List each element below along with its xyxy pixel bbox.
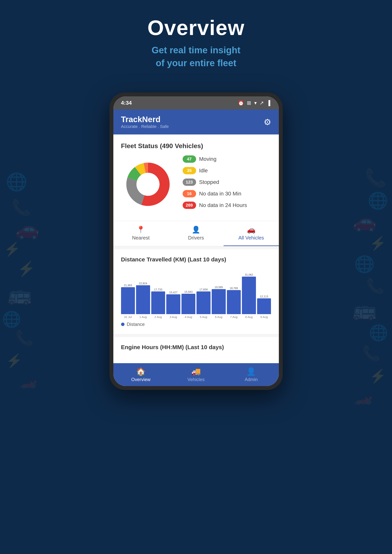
overview-icon: 🏠 xyxy=(113,367,168,376)
bar-rect xyxy=(227,290,241,314)
bar-group: 31,0628 Aug xyxy=(242,269,256,319)
legend-idle: 35 Idle xyxy=(183,167,271,174)
distance-dot xyxy=(121,323,125,326)
fleet-status-title: Fleet Status (490 Vehicles) xyxy=(121,142,271,150)
bottom-nav-admin[interactable]: 👤 Admin xyxy=(224,367,279,382)
bar-group: 17,7332 Aug xyxy=(151,269,165,319)
app-content: Fleet Status (490 Vehicles) xyxy=(113,134,279,386)
bar-rect xyxy=(242,277,256,314)
bar-chart-wrapper: 21,36331 Jul22,8241 Aug17,7332 Aug15,427… xyxy=(121,269,271,319)
fleet-legend: 47 Moving 35 Idle 123 Stopped xyxy=(183,155,271,213)
legend-nodata24: 269 No data in 24 Hours xyxy=(183,201,271,209)
legend-stopped: 123 Stopped xyxy=(183,179,271,186)
nodata24-badge: 269 xyxy=(183,201,196,209)
settings-icon[interactable]: ⚙ xyxy=(264,117,271,127)
bar-rect xyxy=(196,291,210,314)
bar-group: 15,9434 Aug xyxy=(182,269,196,319)
bar-rect xyxy=(151,291,165,314)
nodata30-label: No data in 30 Min xyxy=(199,191,241,197)
nodata24-label: No data in 24 Hours xyxy=(199,202,247,208)
moving-badge: 47 xyxy=(183,155,196,163)
nearest-icon: 📍 xyxy=(115,226,167,234)
fleet-status-inner: 47 Moving 35 Idle 123 Stopped xyxy=(121,155,271,213)
status-icons: ⏰ ⊞ ▾ ↗ ▐ xyxy=(238,100,271,106)
moving-label: Moving xyxy=(199,156,217,162)
legend-nodata30: 16 No data in 30 Min xyxy=(183,190,271,197)
distance-chart-title: Distance Travelled (KM) (Last 10 days) xyxy=(121,256,271,263)
nav-tabs: 📍 Nearest 👤 Drivers 🚗 All Vehicles xyxy=(113,221,279,246)
tab-drivers[interactable]: 👤 Drivers xyxy=(168,221,224,246)
bottom-nav: 🏠 Overview 🚚 Vehicles 👤 Admin xyxy=(113,363,279,386)
app-name: TrackNerd xyxy=(121,115,169,124)
idle-badge: 35 xyxy=(183,167,196,174)
status-time: 4:34 xyxy=(121,100,132,106)
chart-legend: Distance xyxy=(121,322,271,327)
bar-group: 17,6585 Aug xyxy=(196,269,210,319)
phone-mockup: 4:34 ⏰ ⊞ ▾ ↗ ▐ TrackNerd Accurate . Reli… xyxy=(0,92,392,390)
hero-header: Overview Get real time insight of your e… xyxy=(0,0,392,77)
bar-group: 21,36331 Jul xyxy=(121,269,135,319)
bar-rect xyxy=(182,294,196,314)
tab-drivers-label: Drivers xyxy=(188,235,204,241)
app-header: TrackNerd Accurate . Reliable . Safe ⚙ xyxy=(113,110,279,134)
donut-chart xyxy=(121,157,175,211)
tab-nearest[interactable]: 📍 Nearest xyxy=(113,221,168,246)
bottom-nav-overview-label: Overview xyxy=(113,377,168,382)
page-subtitle: Get real time insight of your entire fle… xyxy=(4,44,388,69)
tab-all-vehicles-label: All Vehicles xyxy=(238,235,264,241)
bottom-nav-vehicles[interactable]: 🚚 Vehicles xyxy=(168,367,224,382)
app-tagline: Accurate . Reliable . Safe xyxy=(121,124,169,129)
page-title: Overview xyxy=(4,15,388,40)
drivers-icon: 👤 xyxy=(170,226,222,234)
bottom-nav-vehicles-label: Vehicles xyxy=(168,377,224,382)
status-bar: 4:34 ⏰ ⊞ ▾ ↗ ▐ xyxy=(113,96,279,110)
distance-chart-card: Distance Travelled (KM) (Last 10 days) 2… xyxy=(113,249,279,334)
fleet-status-card: Fleet Status (490 Vehicles) xyxy=(113,134,279,221)
bar-group: 15,4273 Aug xyxy=(166,269,180,319)
bar-rect xyxy=(166,294,180,314)
all-vehicles-icon: 🚗 xyxy=(225,226,277,234)
phone-screen: 4:34 ⏰ ⊞ ▾ ↗ ▐ TrackNerd Accurate . Reli… xyxy=(113,96,279,386)
legend-moving: 47 Moving xyxy=(183,155,271,163)
bar-rect xyxy=(257,298,271,314)
phone-outer-frame: 4:34 ⏰ ⊞ ▾ ↗ ▐ TrackNerd Accurate . Reli… xyxy=(110,92,283,390)
bar-rect xyxy=(136,285,150,314)
tab-all-vehicles[interactable]: 🚗 All Vehicles xyxy=(224,221,279,246)
bottom-nav-admin-label: Admin xyxy=(224,377,279,382)
stopped-label: Stopped xyxy=(199,179,219,185)
nodata30-badge: 16 xyxy=(183,190,196,197)
bottom-nav-overview[interactable]: 🏠 Overview xyxy=(113,367,168,382)
vehicles-icon: 🚚 xyxy=(168,367,224,376)
app-brand: TrackNerd Accurate . Reliable . Safe xyxy=(121,115,169,129)
bar-group: 22,8241 Aug xyxy=(136,269,150,319)
bar-group: 12,1139 Aug xyxy=(257,269,271,319)
engine-hours-card: Engine Hours (HH:MM) (Last 10 days) xyxy=(113,337,279,363)
bar-chart: 21,36331 Jul22,8241 Aug17,7332 Aug15,427… xyxy=(121,269,271,319)
distance-legend-label: Distance xyxy=(127,322,145,327)
idle-label: Idle xyxy=(199,167,208,174)
bar-group: 19,5896 Aug xyxy=(212,269,226,319)
engine-hours-title: Engine Hours (HH:MM) (Last 10 days) xyxy=(121,344,271,351)
bar-rect xyxy=(212,289,226,314)
admin-icon: 👤 xyxy=(224,367,279,376)
stopped-badge: 123 xyxy=(183,179,196,186)
bar-group: 18,7697 Aug xyxy=(227,269,241,319)
svg-point-5 xyxy=(136,173,160,196)
tab-nearest-label: Nearest xyxy=(132,235,149,241)
bar-rect xyxy=(121,287,135,314)
